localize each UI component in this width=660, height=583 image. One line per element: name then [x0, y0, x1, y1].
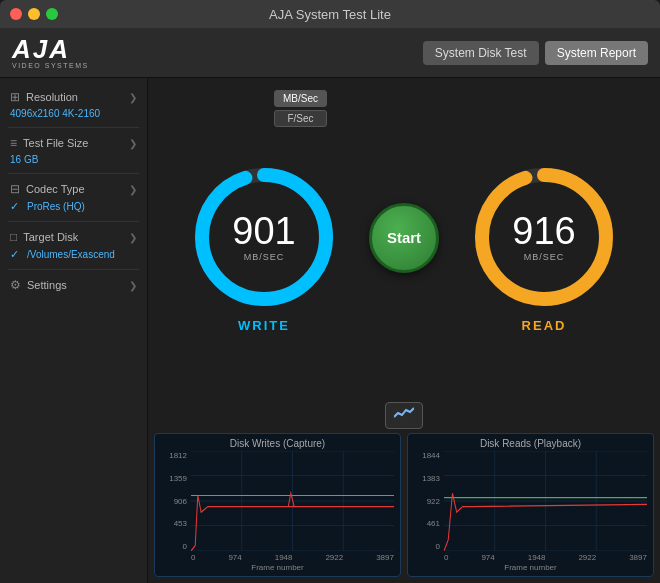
read-y-1: 1383: [414, 474, 440, 483]
mbsec-button[interactable]: MB/Sec: [274, 90, 327, 107]
read-graph-x-label: Frame number: [414, 563, 647, 572]
read-graph-y-axis: 1844 1383 922 461 0: [414, 451, 444, 551]
read-gauge-value: 916: [512, 212, 575, 250]
target-disk-value-text: /Volumes/Exascend: [27, 249, 115, 260]
sidebar-item-resolution[interactable]: ⊞ Resolution ❯: [0, 86, 147, 108]
test-file-size-icon: ≡: [10, 136, 17, 150]
write-graph-x-label: Frame number: [161, 563, 394, 572]
write-gauge-unit: MB/SEC: [244, 252, 285, 262]
read-x-2: 1948: [528, 553, 546, 562]
read-gauge-unit: MB/SEC: [524, 252, 565, 262]
write-graph-panel: Disk Writes (Capture) 1812 1359 906 453 …: [154, 433, 401, 577]
divider-1: [8, 127, 139, 128]
resolution-value: 4096x2160 4K-2160: [0, 108, 147, 123]
write-y-2: 906: [161, 497, 187, 506]
sidebar-item-codec-type[interactable]: ⊟ Codec Type ❯: [0, 178, 147, 200]
settings-chevron-icon: ❯: [129, 280, 137, 291]
write-y-3: 453: [161, 519, 187, 528]
read-gauge-circle: 916 MB/SEC: [469, 162, 619, 312]
write-y-1: 1359: [161, 474, 187, 483]
read-y-2: 922: [414, 497, 440, 506]
fsec-button[interactable]: F/Sec: [274, 110, 327, 127]
write-x-4: 3897: [376, 553, 394, 562]
test-file-size-value: 16 GB: [0, 154, 147, 169]
traffic-lights: [10, 8, 58, 20]
read-graph-plot: [444, 451, 647, 551]
chart-icon: [394, 407, 414, 421]
test-file-size-value-text: 16 GB: [10, 154, 38, 165]
graphs-area: Disk Writes (Capture) 1812 1359 906 453 …: [148, 433, 660, 583]
target-disk-chevron-icon: ❯: [129, 232, 137, 243]
read-graph-x-axis: 0 974 1948 2922 3897: [414, 553, 647, 562]
target-disk-icon: □: [10, 230, 17, 244]
maximize-button[interactable]: [46, 8, 58, 20]
gauges-area: MB/Sec F/Sec 901 MB/SEC: [148, 78, 660, 397]
write-graph-y-axis: 1812 1359 906 453 0: [161, 451, 191, 551]
content-area: MB/Sec F/Sec 901 MB/SEC: [148, 78, 660, 583]
test-file-size-label: Test File Size: [23, 137, 88, 149]
sidebar-item-settings[interactable]: ⚙ Settings ❯: [0, 274, 147, 296]
graph-toggle-area: [148, 397, 660, 433]
target-disk-value: ✓ /Volumes/Exascend: [0, 248, 147, 265]
sidebar-item-test-file-size[interactable]: ≡ Test File Size ❯: [0, 132, 147, 154]
write-x-1: 974: [228, 553, 241, 562]
write-x-0: 0: [191, 553, 195, 562]
read-y-3: 461: [414, 519, 440, 528]
test-file-size-chevron-icon: ❯: [129, 138, 137, 149]
read-gauge-inner: 916 MB/SEC: [469, 162, 619, 312]
read-x-3: 2922: [578, 553, 596, 562]
read-gauge-label: READ: [522, 318, 567, 333]
disk-test-button[interactable]: System Disk Test: [423, 41, 539, 65]
write-graph-plot: [191, 451, 394, 551]
read-x-1: 974: [481, 553, 494, 562]
codec-type-label: Codec Type: [26, 183, 85, 195]
write-gauge-label: WRITE: [238, 318, 290, 333]
target-disk-label: Target Disk: [23, 231, 78, 243]
codec-type-value-text: ProRes (HQ): [27, 201, 85, 212]
resolution-value-text: 4096x2160 4K-2160: [10, 108, 100, 119]
read-x-4: 3897: [629, 553, 647, 562]
sidebar: ⊞ Resolution ❯ 4096x2160 4K-2160 ≡ Test …: [0, 78, 148, 583]
write-gauge-circle: 901 MB/SEC: [189, 162, 339, 312]
write-x-3: 2922: [325, 553, 343, 562]
logo-name: AJA: [12, 36, 70, 62]
close-button[interactable]: [10, 8, 22, 20]
graph-toggle-button[interactable]: [385, 402, 423, 429]
write-gauge: 901 MB/SEC WRITE: [189, 162, 339, 333]
resolution-label: Resolution: [26, 91, 78, 103]
settings-gear-icon: ⚙: [10, 278, 21, 292]
minimize-button[interactable]: [28, 8, 40, 20]
read-graph-content: 1844 1383 922 461 0: [414, 451, 647, 551]
aja-logo: AJA VIDEO SYSTEMS: [12, 36, 89, 69]
read-gauge: 916 MB/SEC READ: [469, 162, 619, 333]
system-report-button[interactable]: System Report: [545, 41, 648, 65]
write-y-0: 1812: [161, 451, 187, 460]
write-graph-x-axis: 0 974 1948 2922 3897: [161, 553, 394, 562]
codec-type-value: ✓ ProRes (HQ): [0, 200, 147, 217]
read-y-4: 0: [414, 542, 440, 551]
write-graph-title: Disk Writes (Capture): [161, 438, 394, 449]
unit-buttons: MB/Sec F/Sec: [274, 90, 327, 127]
logo-subtitle: VIDEO SYSTEMS: [12, 62, 89, 69]
write-y-4: 0: [161, 542, 187, 551]
gauges-row: 901 MB/SEC WRITE Start: [189, 162, 619, 333]
codec-type-chevron-icon: ❯: [129, 184, 137, 195]
divider-4: [8, 269, 139, 270]
title-bar: AJA System Test Lite: [0, 0, 660, 28]
write-gauge-inner: 901 MB/SEC: [189, 162, 339, 312]
write-graph-content: 1812 1359 906 453 0: [161, 451, 394, 551]
window-title: AJA System Test Lite: [269, 7, 391, 22]
codec-type-icon: ⊟: [10, 182, 20, 196]
write-x-2: 1948: [275, 553, 293, 562]
divider-3: [8, 221, 139, 222]
settings-label: Settings: [27, 279, 67, 291]
resolution-chevron-icon: ❯: [129, 92, 137, 103]
sidebar-item-target-disk[interactable]: □ Target Disk ❯: [0, 226, 147, 248]
start-button[interactable]: Start: [369, 203, 439, 273]
divider-2: [8, 173, 139, 174]
main-content: ⊞ Resolution ❯ 4096x2160 4K-2160 ≡ Test …: [0, 78, 660, 583]
write-gauge-value: 901: [232, 212, 295, 250]
read-x-0: 0: [444, 553, 448, 562]
read-graph-title: Disk Reads (Playback): [414, 438, 647, 449]
codec-check-icon: ✓: [10, 200, 19, 213]
